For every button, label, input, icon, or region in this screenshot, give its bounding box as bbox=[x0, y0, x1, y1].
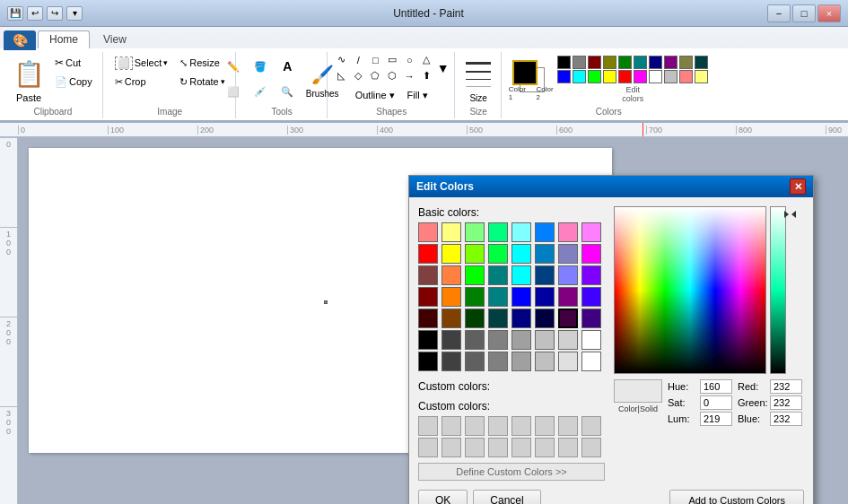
basic-color-cell[interactable] bbox=[465, 308, 485, 328]
minimize-button[interactable]: − bbox=[767, 4, 791, 22]
paste-button[interactable]: 📋 Paste bbox=[9, 52, 48, 106]
hue-input[interactable] bbox=[700, 379, 732, 394]
close-button[interactable]: × bbox=[817, 4, 841, 22]
size-button[interactable]: Size bbox=[459, 53, 498, 106]
select-button[interactable]: ⬜ Select ▾ bbox=[110, 54, 173, 72]
basic-color-cell[interactable] bbox=[535, 244, 555, 264]
palette-color-cell[interactable] bbox=[618, 56, 632, 69]
basic-color-cell[interactable] bbox=[511, 308, 531, 328]
custom-color-cell[interactable] bbox=[535, 438, 555, 457]
palette-color-cell[interactable] bbox=[664, 56, 678, 69]
basic-color-cell[interactable] bbox=[511, 222, 531, 242]
app-menu-button[interactable]: 🎨 bbox=[4, 30, 36, 50]
basic-color-cell[interactable] bbox=[441, 222, 461, 242]
basic-color-cell[interactable] bbox=[558, 352, 578, 371]
basic-color-cell[interactable] bbox=[511, 287, 531, 307]
palette-color-cell[interactable] bbox=[618, 70, 632, 83]
maximize-button[interactable]: □ bbox=[792, 4, 816, 22]
palette-color-cell[interactable] bbox=[634, 56, 647, 69]
text-tool[interactable]: A bbox=[275, 55, 299, 78]
picker-tool[interactable]: 💉 bbox=[249, 80, 272, 103]
basic-color-cell[interactable] bbox=[535, 352, 555, 371]
basic-color-cell[interactable] bbox=[488, 222, 508, 242]
palette-color-cell[interactable] bbox=[695, 70, 708, 83]
basic-color-cell[interactable] bbox=[441, 287, 461, 307]
resize-handle[interactable] bbox=[324, 300, 328, 304]
basic-color-cell[interactable] bbox=[511, 265, 531, 285]
outline-button[interactable]: Outline ▾ bbox=[351, 86, 399, 104]
cut-button[interactable]: ✂ Cut bbox=[50, 54, 97, 72]
lum-input[interactable] bbox=[700, 412, 732, 426]
basic-color-cell[interactable] bbox=[488, 287, 508, 307]
basic-color-cell[interactable] bbox=[558, 265, 578, 285]
shape-curve[interactable]: ∿ bbox=[334, 52, 349, 67]
basic-color-cell[interactable] bbox=[535, 265, 555, 285]
palette-color-cell[interactable] bbox=[588, 70, 601, 83]
basic-color-cell[interactable] bbox=[581, 265, 601, 285]
sat-input[interactable] bbox=[700, 395, 732, 410]
custom-color-cell[interactable] bbox=[418, 438, 438, 457]
palette-color-cell[interactable] bbox=[603, 70, 616, 83]
qat-dropdown[interactable]: ▾ bbox=[66, 6, 83, 21]
basic-color-cell[interactable] bbox=[535, 308, 555, 328]
palette-color-cell[interactable] bbox=[557, 56, 571, 69]
shape-line[interactable]: / bbox=[351, 52, 366, 67]
fill-shape-button[interactable]: Fill ▾ bbox=[403, 86, 433, 104]
basic-color-cell[interactable] bbox=[418, 222, 438, 242]
qat-undo[interactable]: ↩ bbox=[27, 6, 43, 21]
basic-color-cell[interactable] bbox=[488, 352, 508, 371]
custom-color-cell[interactable] bbox=[511, 416, 531, 436]
basic-color-cell[interactable] bbox=[465, 244, 485, 264]
shape-ellipse[interactable]: ○ bbox=[402, 52, 417, 67]
basic-color-cell[interactable] bbox=[441, 330, 461, 350]
basic-color-cell[interactable] bbox=[581, 330, 601, 350]
custom-color-cell[interactable] bbox=[465, 438, 485, 457]
green-input[interactable] bbox=[770, 395, 802, 410]
shape-rounded-rect[interactable]: ▭ bbox=[385, 52, 400, 67]
basic-color-cell[interactable] bbox=[465, 352, 485, 371]
basic-color-cell[interactable] bbox=[465, 265, 485, 285]
custom-color-cell[interactable] bbox=[441, 438, 461, 457]
custom-color-cell[interactable] bbox=[488, 416, 508, 436]
palette-color-cell[interactable] bbox=[603, 56, 616, 69]
basic-color-cell[interactable] bbox=[441, 308, 461, 328]
copy-button[interactable]: 📄 Copy bbox=[50, 73, 97, 91]
shape-arrow[interactable]: → bbox=[402, 68, 417, 83]
palette-color-cell[interactable] bbox=[649, 70, 662, 83]
basic-color-cell[interactable] bbox=[558, 308, 578, 328]
define-custom-colors-button[interactable]: Define Custom Colors >> bbox=[418, 463, 605, 481]
basic-color-cell[interactable] bbox=[488, 330, 508, 350]
tab-home[interactable]: Home bbox=[38, 30, 90, 48]
basic-color-cell[interactable] bbox=[581, 244, 601, 264]
shape-diamond[interactable]: ◇ bbox=[351, 68, 366, 83]
basic-color-cell[interactable] bbox=[581, 308, 601, 328]
palette-color-cell[interactable] bbox=[634, 70, 647, 83]
tab-view[interactable]: View bbox=[92, 30, 138, 48]
palette-color-cell[interactable] bbox=[573, 70, 586, 83]
basic-color-cell[interactable] bbox=[581, 352, 601, 371]
basic-color-cell[interactable] bbox=[418, 244, 438, 264]
basic-color-cell[interactable] bbox=[535, 287, 555, 307]
basic-color-cell[interactable] bbox=[441, 265, 461, 285]
palette-color-cell[interactable] bbox=[664, 70, 678, 83]
custom-color-cell[interactable] bbox=[558, 416, 578, 436]
brightness-slider-track[interactable] bbox=[770, 206, 786, 374]
basic-color-cell[interactable] bbox=[465, 287, 485, 307]
basic-color-cell[interactable] bbox=[488, 265, 508, 285]
eraser-tool[interactable]: ⬜ bbox=[222, 80, 245, 103]
custom-color-cell[interactable] bbox=[581, 438, 601, 457]
qat-redo[interactable]: ↪ bbox=[47, 6, 63, 21]
palette-color-cell[interactable] bbox=[588, 56, 601, 69]
palette-color-cell[interactable] bbox=[679, 56, 693, 69]
palette-color-cell[interactable] bbox=[573, 56, 586, 69]
cancel-button[interactable]: Cancel bbox=[473, 490, 540, 504]
shape-pentagon[interactable]: ⬠ bbox=[368, 68, 383, 83]
custom-color-cell[interactable] bbox=[581, 416, 601, 436]
shape-triangle[interactable]: △ bbox=[419, 52, 434, 67]
basic-color-cell[interactable] bbox=[418, 265, 438, 285]
custom-color-cell[interactable] bbox=[558, 438, 578, 457]
custom-color-cell[interactable] bbox=[535, 416, 555, 436]
fill-tool[interactable]: 🪣 bbox=[249, 55, 272, 78]
basic-color-cell[interactable] bbox=[511, 330, 531, 350]
shape-scroll[interactable]: ⬆ bbox=[419, 68, 434, 83]
